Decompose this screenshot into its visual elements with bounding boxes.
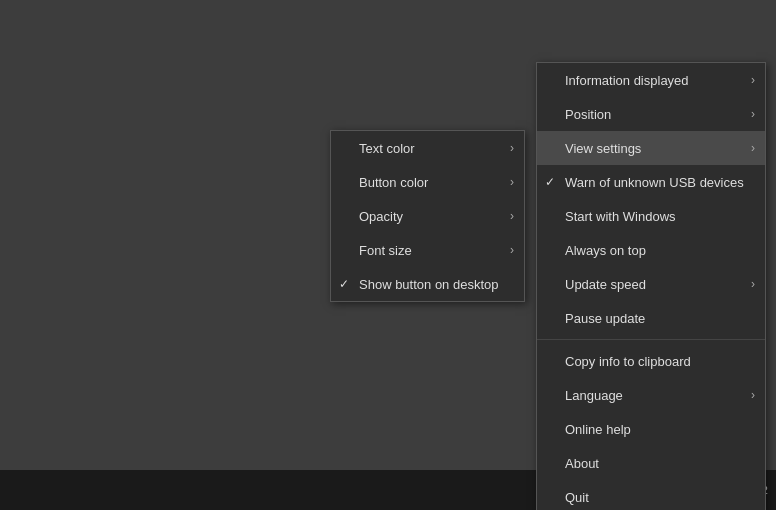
- menu-item-label: Online help: [565, 422, 753, 437]
- menu-item-label: Information displayed: [565, 73, 753, 88]
- menu-item-online-help[interactable]: Online help: [537, 412, 765, 446]
- submenu-item-button-color[interactable]: Button color›: [331, 165, 524, 199]
- menu-item-label: Text color: [359, 141, 512, 156]
- submenu-item-show-button[interactable]: ✓Show button on desktop: [331, 267, 524, 301]
- submenu-arrow-icon: ›: [751, 107, 755, 121]
- menu-item-always-top[interactable]: Always on top: [537, 233, 765, 267]
- menu-item-warn-usb[interactable]: ✓Warn of unknown USB devices: [537, 165, 765, 199]
- submenu-arrow-icon: ›: [510, 141, 514, 155]
- menu-item-label: Font size: [359, 243, 512, 258]
- menu-item-language[interactable]: Language›: [537, 378, 765, 412]
- submenu-arrow-icon: ›: [751, 388, 755, 402]
- submenu-arrow-icon: ›: [751, 141, 755, 155]
- submenu-view-settings: Text color›Button color›Opacity›Font siz…: [330, 130, 525, 302]
- menu-item-start-windows[interactable]: Start with Windows: [537, 199, 765, 233]
- menu-item-label: Language: [565, 388, 753, 403]
- menu-item-label: Copy info to clipboard: [565, 354, 753, 369]
- menu-item-label: Always on top: [565, 243, 753, 258]
- menu-item-label: About: [565, 456, 753, 471]
- menu-item-information-displayed[interactable]: Information displayed›: [537, 63, 765, 97]
- submenu-arrow-icon: ›: [751, 73, 755, 87]
- menu-item-label: Pause update: [565, 311, 753, 326]
- menu-item-label: Start with Windows: [565, 209, 753, 224]
- check-icon: ✓: [545, 175, 555, 189]
- menu-item-label: Show button on desktop: [359, 277, 512, 292]
- menu-item-position[interactable]: Position›: [537, 97, 765, 131]
- menu-item-copy-clipboard[interactable]: Copy info to clipboard: [537, 344, 765, 378]
- menu-separator: [537, 339, 765, 340]
- submenu-item-font-size[interactable]: Font size›: [331, 233, 524, 267]
- main-context-menu: Information displayed›Position›View sett…: [536, 62, 766, 510]
- check-icon: ✓: [339, 277, 349, 291]
- menu-item-pause-update[interactable]: Pause update: [537, 301, 765, 335]
- menu-item-label: Quit: [565, 490, 753, 505]
- submenu-item-opacity[interactable]: Opacity›: [331, 199, 524, 233]
- menu-item-view-settings[interactable]: View settings›: [537, 131, 765, 165]
- menu-item-label: Opacity: [359, 209, 512, 224]
- submenu-item-text-color[interactable]: Text color›: [331, 131, 524, 165]
- menu-item-label: Warn of unknown USB devices: [565, 175, 753, 190]
- menu-item-label: Button color: [359, 175, 512, 190]
- menu-item-label: Position: [565, 107, 753, 122]
- submenu-arrow-icon: ›: [751, 277, 755, 291]
- submenu-arrow-icon: ›: [510, 175, 514, 189]
- menu-item-about[interactable]: About: [537, 446, 765, 480]
- submenu-arrow-icon: ›: [510, 243, 514, 257]
- menu-item-label: Update speed: [565, 277, 753, 292]
- menu-item-quit[interactable]: Quit: [537, 480, 765, 510]
- menu-item-label: View settings: [565, 141, 753, 156]
- submenu-arrow-icon: ›: [510, 209, 514, 223]
- menu-item-update-speed[interactable]: Update speed›: [537, 267, 765, 301]
